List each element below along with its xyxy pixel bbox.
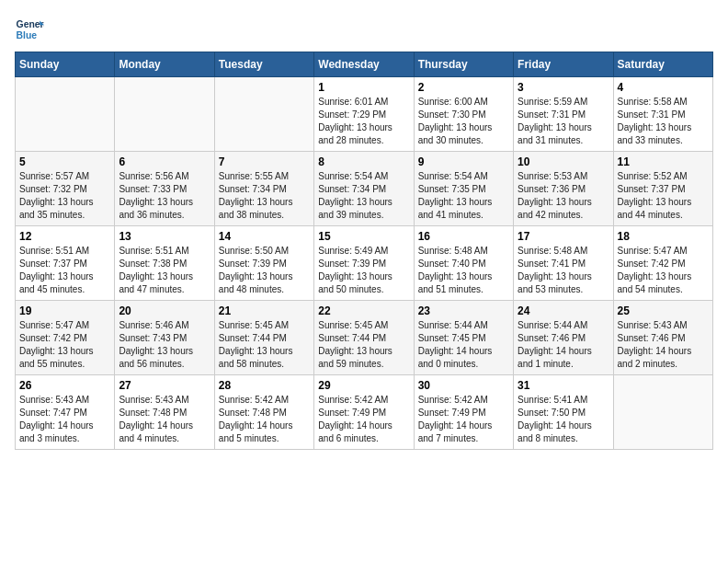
calendar-day-cell: 18Sunrise: 5:47 AM Sunset: 7:42 PM Dayli…	[613, 226, 712, 301]
day-info: Sunrise: 5:56 AM Sunset: 7:33 PM Dayligh…	[119, 170, 210, 222]
calendar-day-cell: 13Sunrise: 5:51 AM Sunset: 7:38 PM Dayli…	[115, 226, 214, 301]
day-number: 4	[618, 81, 709, 94]
day-number: 29	[318, 379, 409, 392]
day-number: 16	[418, 230, 509, 243]
calendar-day-cell: 26Sunrise: 5:43 AM Sunset: 7:47 PM Dayli…	[16, 375, 115, 450]
day-info: Sunrise: 5:51 AM Sunset: 7:38 PM Dayligh…	[119, 245, 210, 296]
calendar-table: SundayMondayTuesdayWednesdayThursdayFrid…	[15, 52, 713, 450]
svg-text:Blue: Blue	[17, 30, 38, 40]
day-info: Sunrise: 5:54 AM Sunset: 7:34 PM Dayligh…	[318, 170, 409, 222]
day-info: Sunrise: 5:49 AM Sunset: 7:39 PM Dayligh…	[318, 245, 409, 296]
logo: General Blue	[15, 15, 44, 44]
calendar-day-cell	[214, 77, 313, 152]
calendar-day-cell: 27Sunrise: 5:43 AM Sunset: 7:48 PM Dayli…	[115, 375, 214, 450]
calendar-day-cell: 10Sunrise: 5:53 AM Sunset: 7:36 PM Dayli…	[514, 152, 613, 226]
day-info: Sunrise: 5:58 AM Sunset: 7:31 PM Dayligh…	[618, 96, 709, 147]
calendar-day-cell: 21Sunrise: 5:45 AM Sunset: 7:44 PM Dayli…	[214, 301, 313, 375]
day-number: 28	[219, 379, 310, 392]
day-number: 6	[119, 155, 210, 168]
day-number: 17	[518, 230, 609, 243]
day-number: 20	[119, 304, 210, 317]
calendar-day-cell	[16, 77, 115, 152]
calendar-day-cell: 23Sunrise: 5:44 AM Sunset: 7:45 PM Dayli…	[414, 301, 513, 375]
day-info: Sunrise: 5:46 AM Sunset: 7:43 PM Dayligh…	[119, 319, 210, 371]
day-number: 19	[19, 304, 110, 317]
calendar-day-cell: 5Sunrise: 5:57 AM Sunset: 7:32 PM Daylig…	[16, 152, 115, 226]
calendar-day-cell: 8Sunrise: 5:54 AM Sunset: 7:34 PM Daylig…	[314, 152, 414, 226]
calendar-day-cell: 20Sunrise: 5:46 AM Sunset: 7:43 PM Dayli…	[115, 301, 214, 375]
day-number: 18	[618, 230, 709, 243]
weekday-header-thursday: Thursday	[414, 52, 513, 77]
calendar-day-cell: 17Sunrise: 5:48 AM Sunset: 7:41 PM Dayli…	[514, 226, 613, 301]
calendar-week-row: 26Sunrise: 5:43 AM Sunset: 7:47 PM Dayli…	[16, 375, 713, 450]
calendar-week-row: 19Sunrise: 5:47 AM Sunset: 7:42 PM Dayli…	[16, 301, 713, 375]
logo-icon: General Blue	[15, 15, 44, 44]
weekday-header-friday: Friday	[514, 52, 613, 77]
day-info: Sunrise: 5:45 AM Sunset: 7:44 PM Dayligh…	[219, 319, 310, 371]
day-info: Sunrise: 5:47 AM Sunset: 7:42 PM Dayligh…	[618, 245, 709, 296]
day-number: 11	[618, 155, 709, 168]
day-number: 9	[418, 155, 509, 168]
calendar-day-cell: 22Sunrise: 5:45 AM Sunset: 7:44 PM Dayli…	[314, 301, 414, 375]
calendar-day-cell: 19Sunrise: 5:47 AM Sunset: 7:42 PM Dayli…	[16, 301, 115, 375]
day-info: Sunrise: 5:43 AM Sunset: 7:48 PM Dayligh…	[119, 394, 210, 445]
day-info: Sunrise: 5:50 AM Sunset: 7:39 PM Dayligh…	[219, 245, 310, 296]
day-info: Sunrise: 5:52 AM Sunset: 7:37 PM Dayligh…	[618, 170, 709, 222]
weekday-header-monday: Monday	[115, 52, 214, 77]
day-info: Sunrise: 5:42 AM Sunset: 7:49 PM Dayligh…	[318, 394, 409, 445]
calendar-week-row: 1Sunrise: 6:01 AM Sunset: 7:29 PM Daylig…	[16, 77, 713, 152]
day-number: 14	[219, 230, 310, 243]
day-number: 21	[219, 304, 310, 317]
calendar-day-cell: 11Sunrise: 5:52 AM Sunset: 7:37 PM Dayli…	[613, 152, 712, 226]
day-info: Sunrise: 5:59 AM Sunset: 7:31 PM Dayligh…	[518, 96, 609, 147]
day-number: 1	[318, 81, 409, 94]
weekday-header-row: SundayMondayTuesdayWednesdayThursdayFrid…	[16, 52, 713, 77]
calendar-day-cell: 9Sunrise: 5:54 AM Sunset: 7:35 PM Daylig…	[414, 152, 513, 226]
calendar-day-cell	[115, 77, 214, 152]
day-info: Sunrise: 5:42 AM Sunset: 7:49 PM Dayligh…	[418, 394, 509, 445]
calendar-day-cell: 7Sunrise: 5:55 AM Sunset: 7:34 PM Daylig…	[214, 152, 313, 226]
day-number: 27	[119, 379, 210, 392]
day-info: Sunrise: 5:44 AM Sunset: 7:46 PM Dayligh…	[518, 319, 609, 371]
day-number: 8	[318, 155, 409, 168]
day-number: 25	[618, 304, 709, 317]
calendar-day-cell: 6Sunrise: 5:56 AM Sunset: 7:33 PM Daylig…	[115, 152, 214, 226]
day-info: Sunrise: 5:42 AM Sunset: 7:48 PM Dayligh…	[219, 394, 310, 445]
day-info: Sunrise: 5:41 AM Sunset: 7:50 PM Dayligh…	[518, 394, 609, 445]
weekday-header-saturday: Saturday	[613, 52, 712, 77]
day-number: 23	[418, 304, 509, 317]
day-info: Sunrise: 5:54 AM Sunset: 7:35 PM Dayligh…	[418, 170, 509, 222]
weekday-header-sunday: Sunday	[16, 52, 115, 77]
calendar-day-cell: 24Sunrise: 5:44 AM Sunset: 7:46 PM Dayli…	[514, 301, 613, 375]
calendar-day-cell: 1Sunrise: 6:01 AM Sunset: 7:29 PM Daylig…	[314, 77, 414, 152]
calendar-day-cell: 15Sunrise: 5:49 AM Sunset: 7:39 PM Dayli…	[314, 226, 414, 301]
day-info: Sunrise: 5:53 AM Sunset: 7:36 PM Dayligh…	[518, 170, 609, 222]
calendar-day-cell: 28Sunrise: 5:42 AM Sunset: 7:48 PM Dayli…	[214, 375, 313, 450]
day-number: 22	[318, 304, 409, 317]
calendar-day-cell: 4Sunrise: 5:58 AM Sunset: 7:31 PM Daylig…	[613, 77, 712, 152]
day-number: 10	[518, 155, 609, 168]
day-number: 15	[318, 230, 409, 243]
calendar-day-cell: 25Sunrise: 5:43 AM Sunset: 7:46 PM Dayli…	[613, 301, 712, 375]
calendar-day-cell: 14Sunrise: 5:50 AM Sunset: 7:39 PM Dayli…	[214, 226, 313, 301]
day-info: Sunrise: 5:55 AM Sunset: 7:34 PM Dayligh…	[219, 170, 310, 222]
calendar-day-cell	[613, 375, 712, 450]
calendar-day-cell: 2Sunrise: 6:00 AM Sunset: 7:30 PM Daylig…	[414, 77, 513, 152]
calendar-day-cell: 29Sunrise: 5:42 AM Sunset: 7:49 PM Dayli…	[314, 375, 414, 450]
day-info: Sunrise: 5:43 AM Sunset: 7:46 PM Dayligh…	[618, 319, 709, 371]
day-info: Sunrise: 5:44 AM Sunset: 7:45 PM Dayligh…	[418, 319, 509, 371]
day-info: Sunrise: 5:45 AM Sunset: 7:44 PM Dayligh…	[318, 319, 409, 371]
day-number: 31	[518, 379, 609, 392]
day-info: Sunrise: 5:48 AM Sunset: 7:40 PM Dayligh…	[418, 245, 509, 296]
day-info: Sunrise: 6:00 AM Sunset: 7:30 PM Dayligh…	[418, 96, 509, 147]
day-number: 7	[219, 155, 310, 168]
calendar-day-cell: 30Sunrise: 5:42 AM Sunset: 7:49 PM Dayli…	[414, 375, 513, 450]
calendar-week-row: 12Sunrise: 5:51 AM Sunset: 7:37 PM Dayli…	[16, 226, 713, 301]
day-info: Sunrise: 5:47 AM Sunset: 7:42 PM Dayligh…	[19, 319, 110, 371]
day-number: 3	[518, 81, 609, 94]
calendar-week-row: 5Sunrise: 5:57 AM Sunset: 7:32 PM Daylig…	[16, 152, 713, 226]
day-info: Sunrise: 6:01 AM Sunset: 7:29 PM Dayligh…	[318, 96, 409, 147]
day-number: 2	[418, 81, 509, 94]
calendar-day-cell: 31Sunrise: 5:41 AM Sunset: 7:50 PM Dayli…	[514, 375, 613, 450]
header: General Blue	[15, 15, 713, 44]
